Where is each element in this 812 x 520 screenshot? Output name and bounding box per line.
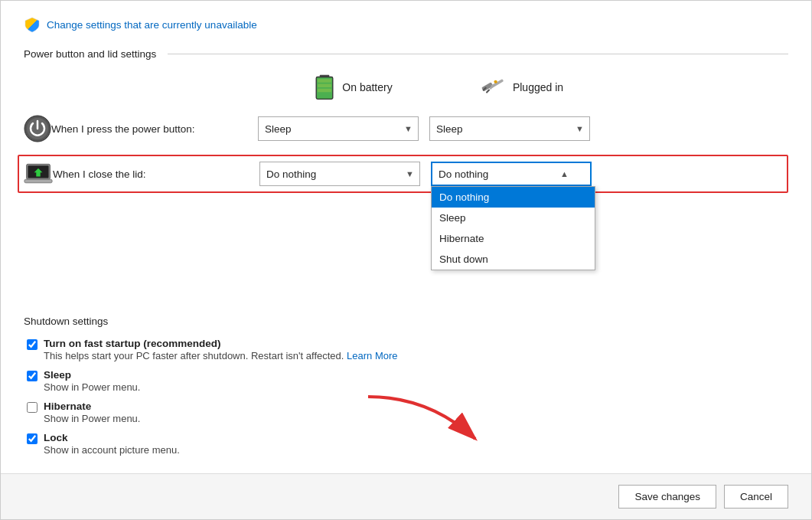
power-button-on-battery-select[interactable]: Sleep Do nothing Hibernate Shut down xyxy=(258,116,419,141)
power-lid-section-title: Power button and lid settings xyxy=(24,48,788,60)
hibernate-label-group: Hibernate Show in Power menu. xyxy=(44,401,140,424)
fast-startup-sublabel: This helps start your PC faster after sh… xyxy=(44,350,398,361)
sleep-row: Sleep Show in Power menu. xyxy=(24,369,788,393)
fast-startup-label: Turn on fast startup (recommended) xyxy=(44,338,398,349)
close-lid-dropdown-menu: Do nothing Sleep Hibernate Shut down xyxy=(431,186,595,270)
power-button-plugged-in-dropdown[interactable]: Sleep Do nothing Hibernate Shut down ▼ xyxy=(429,116,590,141)
footer-area: Save changes Cancel xyxy=(1,473,811,519)
close-lid-plugged-in-dropdown-open[interactable]: Do nothing ▲ Do nothing Sleep Hibernate … xyxy=(431,162,592,186)
close-lid-on-battery-dropdown[interactable]: Do nothing Sleep Hibernate Shut down ▼ xyxy=(259,162,420,186)
dropdown-option-hibernate[interactable]: Hibernate xyxy=(432,228,595,249)
svg-point-9 xyxy=(494,80,497,83)
dropdown-selected-value: Do nothing xyxy=(439,168,488,180)
power-button-icon xyxy=(24,115,51,142)
change-settings-text: Change settings that are currently unava… xyxy=(47,19,257,31)
lock-label-group: Lock Show in account picture menu. xyxy=(44,432,180,456)
sleep-sublabel: Show in Power menu. xyxy=(44,381,140,393)
svg-rect-2 xyxy=(318,79,331,83)
hibernate-checkbox[interactable] xyxy=(27,402,38,413)
hibernate-label: Hibernate xyxy=(44,401,140,412)
close-lid-row: When I close the lid: Do nothing Sleep H… xyxy=(18,155,788,193)
dropdown-option-sleep[interactable]: Sleep xyxy=(432,208,595,228)
fast-startup-checkbox[interactable] xyxy=(27,339,38,350)
power-button-on-battery-dropdown[interactable]: Sleep Do nothing Hibernate Shut down ▼ xyxy=(258,116,419,141)
lock-checkbox[interactable] xyxy=(27,433,38,444)
learn-more-link[interactable]: Learn More xyxy=(347,350,397,361)
save-changes-button[interactable]: Save changes xyxy=(618,485,716,509)
dropdown-open-arrow-icon: ▲ xyxy=(560,169,569,178)
shield-uac-icon xyxy=(24,16,41,33)
dropdown-option-shut-down[interactable]: Shut down xyxy=(432,249,595,270)
lock-sublabel: Show in account picture menu. xyxy=(44,444,180,456)
lock-label: Lock xyxy=(44,432,180,443)
battery-icon xyxy=(313,74,336,101)
close-lid-plugged-in-dropdown-btn[interactable]: Do nothing ▲ xyxy=(431,162,592,186)
cancel-button[interactable]: Cancel xyxy=(724,485,788,509)
fast-startup-label-group: Turn on fast startup (recommended) This … xyxy=(44,338,398,361)
hibernate-row: Hibernate Show in Power menu. xyxy=(24,401,788,424)
fast-startup-row: Turn on fast startup (recommended) This … xyxy=(24,338,788,361)
shutdown-section: Shutdown settings Turn on fast startup (… xyxy=(24,316,788,456)
svg-rect-4 xyxy=(318,89,331,93)
sleep-checkbox[interactable] xyxy=(27,371,38,381)
sleep-label: Sleep xyxy=(44,369,140,381)
power-button-label: When I press the power button: xyxy=(51,123,258,135)
on-battery-header: On battery xyxy=(269,74,437,101)
close-lid-label: When I close the lid: xyxy=(53,168,259,180)
power-button-row: When I press the power button: Sleep Do … xyxy=(24,112,788,146)
column-headers: On battery Plugged in xyxy=(269,74,788,101)
shutdown-section-title: Shutdown settings xyxy=(24,316,788,327)
lock-row: Lock Show in account picture menu. xyxy=(24,432,788,456)
sleep-label-group: Sleep Show in Power menu. xyxy=(44,369,140,393)
plug-icon xyxy=(479,77,507,98)
power-button-plugged-in-select[interactable]: Sleep Do nothing Hibernate Shut down xyxy=(429,116,590,141)
dropdown-option-do-nothing[interactable]: Do nothing xyxy=(432,187,595,208)
close-lid-on-battery-select[interactable]: Do nothing Sleep Hibernate Shut down xyxy=(259,162,420,186)
svg-rect-3 xyxy=(318,84,331,88)
hibernate-sublabel: Show in Power menu. xyxy=(44,413,140,424)
change-settings-link[interactable]: Change settings that are currently unava… xyxy=(24,16,788,33)
svg-rect-16 xyxy=(24,179,52,183)
settings-window: Change settings that are currently unava… xyxy=(0,0,812,520)
plugged-in-header: Plugged in xyxy=(437,77,605,98)
lid-laptop-icon xyxy=(24,159,53,188)
svg-line-8 xyxy=(487,90,489,93)
